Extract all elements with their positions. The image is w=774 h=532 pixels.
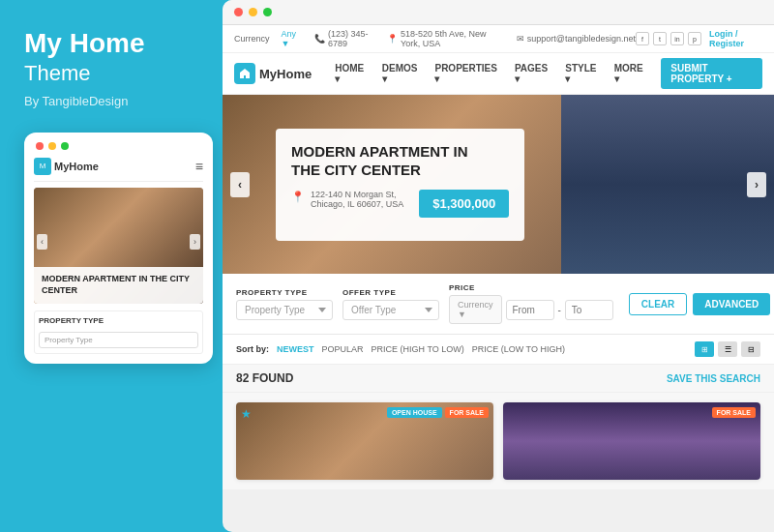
theme-name: My Home: [24, 29, 203, 59]
nav-properties[interactable]: PROPERTIES ▾: [434, 63, 496, 84]
hero-prev-button[interactable]: ‹: [230, 172, 250, 197]
mobile-next-button[interactable]: ›: [190, 234, 200, 250]
topbar-right: f t in p Login / Register: [636, 29, 762, 48]
nav-logo-text: MyHome: [259, 67, 312, 81]
nav-style[interactable]: STYLE ▾: [565, 63, 596, 84]
site-nav: MyHome HOME ▾ DEMOS ▾ PROPERTIES ▾ PAGES…: [223, 53, 774, 95]
right-panel: Currency Any ▼ 📞 (123) 345-6789 📍 518-52…: [223, 0, 774, 532]
mobile-hero: ‹ › MODERN APARTMENT IN THE CITY CENTER: [34, 188, 203, 304]
list-view-button[interactable]: ☰: [718, 341, 737, 357]
price-to-input[interactable]: [565, 300, 613, 320]
browser-dot-green: [263, 8, 272, 16]
submit-property-button[interactable]: SUBMIT PROPERTY +: [661, 58, 762, 89]
sort-newest[interactable]: NEWEST: [277, 344, 314, 354]
mobile-search-section: PROPERTY TYPE Property Type: [34, 310, 203, 354]
view-icons: ⊞ ☰ ⊟: [695, 341, 760, 357]
price-field: PRICE Currency ▼ -: [449, 283, 613, 324]
results-bar: Sort by: NEWEST POPULAR PRICE (HIGH TO L…: [223, 335, 774, 365]
browser-dot-red: [234, 8, 243, 16]
offer-type-select[interactable]: Offer Type: [342, 300, 439, 320]
mobile-logo-icon: M: [34, 158, 51, 175]
found-count: 82 FOUND: [236, 371, 293, 385]
mobile-dots: [34, 142, 203, 150]
address-pin-icon: 📍: [291, 191, 305, 203]
nav-more[interactable]: MORE ▾: [614, 63, 644, 84]
mobile-hero-overlay: MODERN APARTMENT IN THE CITY CENTER: [34, 267, 203, 303]
left-panel: My Home Theme By TangibleDesign M MyHome…: [0, 0, 223, 532]
hamburger-icon[interactable]: ≡: [195, 159, 203, 174]
sort-price-high[interactable]: PRICE (HIGH TO LOW): [372, 344, 464, 354]
theme-author: By TangibleDesign: [24, 94, 203, 108]
hero-section: ‹ › MODERN APARTMENT IN THE CITY CENTER …: [223, 95, 774, 274]
topbar-email: ✉ support@tangibledesign.net: [517, 34, 636, 44]
topbar-address: 📍 518-520 5th Ave, New York, USA: [387, 29, 505, 48]
currency-select[interactable]: Any ▼: [282, 29, 303, 48]
pin-icon: 📍: [387, 34, 398, 44]
dot-green: [61, 142, 69, 150]
hero-right-image: [561, 95, 774, 274]
mobile-preview: M MyHome ≡ ‹ › MODERN APARTMENT IN THE C…: [24, 133, 213, 364]
currency-label: Currency: [234, 34, 270, 44]
currency-dropdown[interactable]: Currency ▼: [449, 295, 502, 324]
for-sale-badge-1: FOR SALE: [445, 407, 489, 418]
nav-logo: MyHome: [234, 63, 312, 84]
search-buttons: CLEAR ADVANCED: [629, 293, 770, 315]
login-link[interactable]: Login / Register: [709, 29, 762, 48]
nav-logo-icon: [234, 63, 255, 84]
mobile-property-type-select[interactable]: Property Type: [39, 332, 198, 348]
price-row: Currency ▼ -: [449, 295, 613, 324]
advanced-button[interactable]: ADVANCED: [693, 293, 770, 315]
property-image-2: FOR SALE: [503, 402, 760, 480]
save-search-link[interactable]: SAVE THIS SEARCH: [667, 373, 760, 384]
property-grid: ★ OPEN HOUSE FOR SALE FOR SALE: [223, 393, 774, 489]
hero-card: MODERN APARTMENT IN THE CITY CENTER 📍 12…: [276, 129, 524, 241]
nav-home[interactable]: HOME ▾: [335, 63, 365, 84]
clear-button[interactable]: CLEAR: [629, 293, 687, 315]
property-grid-header: 82 FOUND SAVE THIS SEARCH: [223, 365, 774, 393]
email-icon: ✉: [517, 34, 524, 44]
sort-options: Sort by: NEWEST POPULAR PRICE (HIGH TO L…: [236, 344, 565, 354]
map-view-button[interactable]: ⊟: [741, 341, 760, 357]
mobile-nav: M MyHome ≡: [34, 158, 203, 182]
browser-chrome: [223, 0, 774, 25]
favorite-icon-1[interactable]: ★: [241, 407, 252, 421]
browser-dot-yellow: [249, 8, 257, 16]
hero-next-button[interactable]: ›: [747, 172, 766, 197]
sort-popular[interactable]: POPULAR: [322, 344, 364, 354]
for-sale-badge-2: FOR SALE: [712, 407, 756, 418]
dot-yellow: [48, 142, 56, 150]
mobile-logo-text: MyHome: [54, 161, 99, 172]
theme-subtitle: Theme: [24, 61, 203, 86]
mobile-search-label: PROPERTY TYPE: [39, 316, 198, 325]
sort-price-low[interactable]: PRICE (LOW TO HIGH): [472, 344, 565, 354]
price-from-input[interactable]: [506, 300, 554, 320]
price-label: PRICE: [449, 283, 613, 292]
property-type-label: PROPERTY TYPE: [236, 288, 333, 297]
instagram-icon[interactable]: in: [670, 32, 684, 45]
hero-card-title: MODERN APARTMENT IN THE CITY CENTER: [291, 142, 509, 180]
pinterest-icon[interactable]: p: [688, 32, 701, 45]
property-type-select[interactable]: Property Type: [236, 300, 333, 320]
sort-label: Sort by:: [236, 344, 269, 354]
twitter-icon[interactable]: t: [653, 32, 667, 45]
badge-row-1: OPEN HOUSE FOR SALE: [387, 407, 489, 418]
mobile-logo: M MyHome: [34, 158, 99, 175]
hero-price-button[interactable]: $1,300,000: [419, 190, 509, 218]
grid-view-button[interactable]: ⊞: [695, 341, 714, 357]
mobile-prev-button[interactable]: ‹: [37, 234, 47, 250]
site-topbar: Currency Any ▼ 📞 (123) 345-6789 📍 518-52…: [223, 25, 774, 53]
price-dash: -: [558, 305, 561, 315]
offer-type-field: OFFER TYPE Offer Type: [342, 288, 439, 320]
property-image-1: ★ OPEN HOUSE FOR SALE: [236, 402, 493, 480]
open-house-badge: OPEN HOUSE: [387, 407, 442, 418]
theme-title: My Home Theme By TangibleDesign: [24, 29, 203, 108]
property-card-1[interactable]: ★ OPEN HOUSE FOR SALE: [236, 402, 493, 480]
hero-card-address: 📍 122-140 N Morgan St, Chicago, IL 60607…: [291, 190, 509, 218]
dot-red: [36, 142, 44, 150]
offer-type-label: OFFER TYPE: [342, 288, 439, 297]
nav-pages[interactable]: PAGES ▾: [515, 63, 548, 84]
facebook-icon[interactable]: f: [636, 32, 649, 45]
nav-demos[interactable]: DEMOS ▾: [382, 63, 418, 84]
phone-icon: 📞: [314, 34, 325, 44]
property-card-2[interactable]: FOR SALE: [503, 402, 760, 480]
